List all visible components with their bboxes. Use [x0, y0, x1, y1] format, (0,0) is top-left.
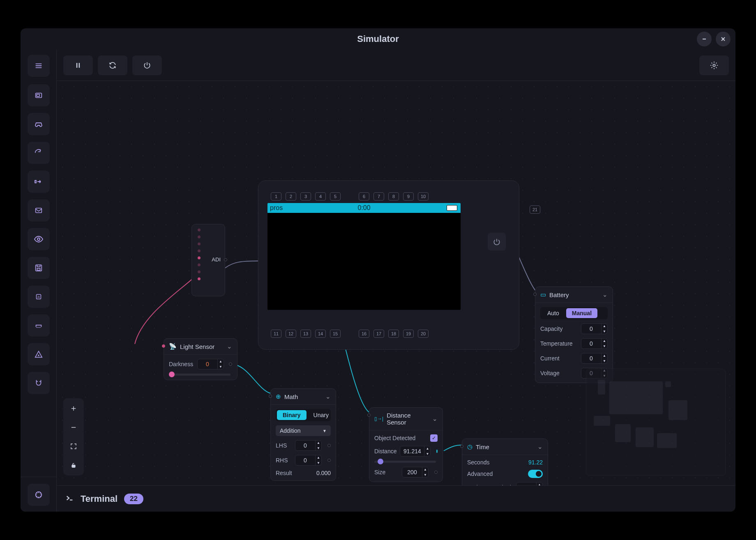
chevron-down-icon[interactable]: ⌄	[432, 415, 438, 422]
brain-port-3[interactable]: 3	[300, 192, 311, 201]
refresh-icon[interactable]	[28, 142, 50, 164]
adi-node[interactable]: ADI	[191, 224, 225, 296]
adi-port-d[interactable]	[198, 249, 201, 252]
capacity-field[interactable]: 0▲▼	[581, 323, 608, 334]
size-field[interactable]: 200▲▼	[402, 467, 429, 478]
ai-chip-icon[interactable]: AI	[28, 286, 50, 308]
save-icon[interactable]	[28, 257, 50, 279]
brain-port-1[interactable]: 1	[271, 192, 281, 201]
brain-port-14[interactable]: 14	[315, 330, 326, 338]
zoom-out-button[interactable]	[65, 419, 82, 436]
brain-port-7[interactable]: 7	[373, 192, 384, 201]
device-brain-icon[interactable]	[28, 84, 50, 106]
lhs-down[interactable]: ▼	[316, 445, 321, 451]
controller-icon[interactable]	[28, 113, 50, 135]
brain-port-12[interactable]: 12	[286, 330, 296, 338]
battery-auto-tab[interactable]: Auto	[542, 308, 565, 318]
distance-node[interactable]: ▯→|Distance Sensor⌄ Object Detected✓ Dis…	[369, 407, 443, 482]
rhs-down[interactable]: ▼	[316, 460, 321, 466]
brain-port-15[interactable]: 15	[330, 330, 341, 338]
close-button[interactable]	[716, 32, 731, 46]
settings-button[interactable]	[699, 55, 729, 75]
brain-port-16[interactable]: 16	[359, 330, 369, 338]
size-port[interactable]	[434, 471, 438, 474]
temperature-field[interactable]: 0▲▼	[581, 338, 608, 349]
darkness-up[interactable]: ▲	[218, 359, 224, 364]
lhs-up[interactable]: ▲	[316, 440, 321, 445]
brain-port-13[interactable]: 13	[300, 330, 311, 338]
zoom-in-button[interactable]	[65, 400, 82, 417]
lock-button[interactable]	[65, 457, 82, 474]
darkness-output-port[interactable]	[229, 362, 232, 366]
darkness-field[interactable]: 0▲▼	[197, 359, 224, 369]
warning-icon[interactable]	[28, 343, 50, 365]
fit-button[interactable]	[65, 438, 82, 455]
brain-device[interactable]: 1 2 3 4 5 6 7 8 9 10 11 12	[258, 180, 519, 350]
eye-icon[interactable]	[28, 228, 50, 250]
temperature-down[interactable]: ▼	[602, 344, 607, 349]
chevron-down-icon[interactable]: ⌄	[537, 443, 543, 450]
adi-port-c[interactable]	[198, 242, 201, 245]
current-down[interactable]: ▼	[602, 358, 607, 364]
distance-input-port[interactable]	[367, 413, 371, 417]
rate-up[interactable]: ▲	[537, 482, 542, 485]
adi-port-b[interactable]	[198, 235, 201, 238]
adi-port-e[interactable]	[198, 256, 201, 259]
lhs-port[interactable]	[327, 444, 331, 447]
brain-port-9[interactable]: 9	[403, 192, 414, 201]
rhs-up[interactable]: ▲	[316, 455, 321, 460]
power-button[interactable]	[132, 55, 162, 75]
network-icon[interactable]	[28, 314, 50, 337]
battery-mode-seg[interactable]: Auto Manual	[540, 307, 608, 319]
distance-up[interactable]: ▲	[424, 446, 430, 451]
distance-slider[interactable]	[374, 461, 436, 463]
darkness-down[interactable]: ▼	[218, 364, 224, 369]
brain-port-8[interactable]: 8	[388, 192, 399, 201]
adi-output-port[interactable]	[224, 258, 227, 261]
math-binary-tab[interactable]: Binary	[277, 410, 307, 420]
brain-port-2[interactable]: 2	[286, 192, 296, 201]
brain-screen[interactable]: pros 0:00	[267, 203, 461, 310]
brain-port-20[interactable]: 20	[418, 330, 429, 338]
math-operation-select[interactable]: Addition▼	[276, 425, 331, 436]
brain-port-5[interactable]: 5	[330, 192, 341, 201]
adi-port-f[interactable]	[198, 263, 201, 266]
advanced-toggle[interactable]	[528, 470, 543, 478]
chevron-down-icon[interactable]: ⌄	[325, 393, 331, 400]
light-sensor-node[interactable]: 📡Light Sensor⌄ Darkness 0▲▼	[164, 338, 237, 380]
chevron-down-icon[interactable]: ⌄	[227, 343, 232, 350]
brain-port-18[interactable]: 18	[388, 330, 399, 338]
capacity-up[interactable]: ▲	[602, 323, 607, 329]
rhs-port[interactable]	[327, 459, 331, 462]
brain-port-10[interactable]: 10	[418, 192, 429, 201]
detected-checkbox[interactable]: ✓	[430, 434, 438, 442]
distance-icon[interactable]	[28, 171, 50, 193]
battery-input-port[interactable]	[533, 293, 537, 296]
capacity-down[interactable]: ▼	[602, 329, 607, 334]
brain-port-17[interactable]: 17	[373, 330, 384, 338]
distance-down[interactable]: ▼	[424, 451, 430, 457]
math-node[interactable]: ⊕Math⌄ Binary Unary Addition▼ LHS0▲▼ RHS…	[270, 388, 336, 481]
lhs-field[interactable]: 0▲▼	[295, 440, 322, 451]
size-up[interactable]: ▲	[422, 467, 428, 472]
darkness-slider[interactable]	[169, 374, 230, 376]
size-down[interactable]: ▼	[422, 472, 428, 478]
brain-power-button[interactable]	[488, 233, 506, 251]
minimap[interactable]	[586, 369, 726, 475]
adi-port-a[interactable]	[198, 228, 201, 231]
math-unary-tab[interactable]: Unary	[308, 410, 334, 420]
loading-icon[interactable]	[28, 484, 50, 506]
current-up[interactable]: ▲	[602, 353, 607, 358]
adi-port-g[interactable]	[198, 270, 201, 273]
rhs-field[interactable]: 0▲▼	[295, 455, 322, 466]
brain-port-11[interactable]: 11	[271, 330, 281, 338]
time-input-port[interactable]	[460, 445, 463, 448]
current-field[interactable]: 0▲▼	[581, 353, 608, 364]
pause-button[interactable]	[63, 55, 93, 75]
minimize-button[interactable]	[697, 32, 712, 46]
envelope-icon[interactable]	[28, 199, 50, 222]
brain-port-21[interactable]: 21	[530, 205, 540, 214]
restart-button[interactable]	[98, 55, 127, 75]
math-mode-seg[interactable]: Binary Unary	[276, 409, 331, 421]
magnet-icon[interactable]	[28, 372, 50, 394]
